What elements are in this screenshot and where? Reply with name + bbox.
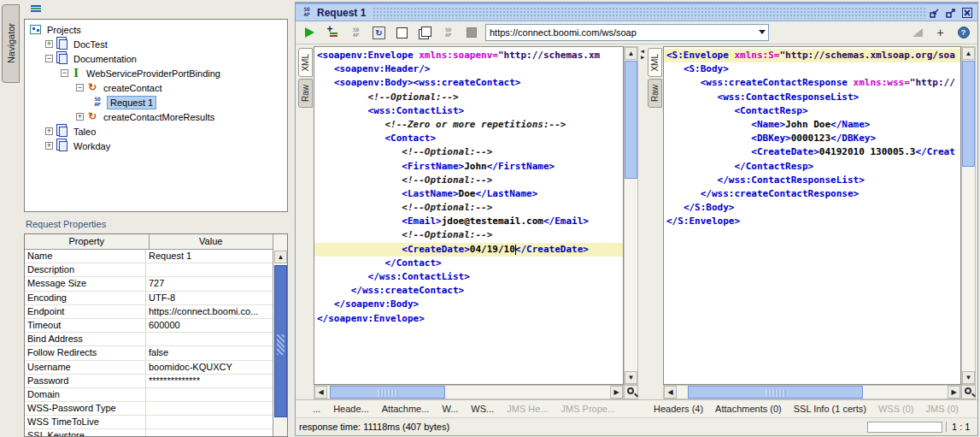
- code-line[interactable]: </wss:createContactResponse>: [666, 187, 960, 201]
- code-line[interactable]: <Name>John Doe</Name>: [666, 118, 960, 132]
- tree-item-createcontact[interactable]: −↻createContact: [26, 80, 287, 95]
- tree-item-taleo[interactable]: +Taleo: [26, 124, 287, 139]
- code-line[interactable]: </S:Body>: [666, 201, 960, 215]
- tree-item-doctest[interactable]: +DocTest: [26, 37, 287, 51]
- panel-splitter[interactable]: ◂▸: [638, 46, 647, 399]
- expand-icon[interactable]: +: [45, 40, 53, 48]
- schema-button[interactable]: [908, 24, 926, 42]
- tree-item-documentation[interactable]: −Documentation: [26, 51, 287, 66]
- magnifier-button[interactable]: [624, 385, 638, 399]
- response-hscrollbar[interactable]: ◀ ▶: [663, 385, 961, 399]
- code-line[interactable]: <FirstName>John</FirstName>: [317, 160, 623, 174]
- code-line[interactable]: <S:Body>: [666, 62, 960, 76]
- code-line[interactable]: </wss:createContact>: [317, 284, 623, 298]
- expand-icon[interactable]: +: [76, 113, 84, 121]
- code-line[interactable]: <LastName>Doe</LastName>: [317, 187, 623, 201]
- add-to-testcase-button[interactable]: [324, 24, 342, 42]
- side-tab-raw[interactable]: Raw: [298, 79, 313, 108]
- code-line[interactable]: <soapenv:Header/>: [317, 62, 623, 76]
- navigator-tab[interactable]: Navigator: [2, 4, 20, 83]
- tab-ws[interactable]: WS...: [471, 404, 494, 414]
- scroll-down-icon[interactable]: ▼: [625, 371, 637, 384]
- property-row-follow-redirects[interactable]: Follow Redirectsfalse: [25, 346, 273, 360]
- scroll-right-icon[interactable]: ▶: [948, 386, 960, 399]
- code-line[interactable]: </soapenv:Envelope>: [317, 312, 623, 326]
- scrollbar-thumb[interactable]: [330, 386, 445, 399]
- code-line[interactable]: <Email>jdoe@testemail.com</Email>: [317, 215, 623, 228]
- submit-request-button[interactable]: [301, 24, 319, 42]
- tab-attachments-0[interactable]: Attachments (0): [715, 404, 782, 414]
- column-header-value[interactable]: Value: [150, 234, 273, 249]
- chevron-down-icon[interactable]: [759, 30, 766, 34]
- tab-attachme[interactable]: Attachme...: [382, 404, 430, 414]
- side-tab-raw[interactable]: Raw: [648, 79, 662, 108]
- code-line[interactable]: <soapenv:Envelope xmlns:soapenv="http://…: [317, 49, 623, 62]
- help-button[interactable]: ?: [954, 24, 972, 42]
- tree-item-webserviceproviderportbinding[interactable]: −IWebServiceProviderPortBinding: [26, 66, 287, 80]
- scrollbar-thumb[interactable]: [274, 265, 287, 417]
- property-row-endpoint[interactable]: Endpointhttps://connect.boomi.co...: [25, 305, 273, 319]
- clone-request-button[interactable]: [416, 24, 434, 42]
- property-row-wss-timetolive[interactable]: WSS TimeToLive: [25, 416, 273, 429]
- tab-[interactable]: ...: [313, 404, 320, 414]
- float-window-icon[interactable]: [944, 7, 958, 19]
- scroll-left-icon[interactable]: ◀: [664, 386, 677, 399]
- code-line[interactable]: <wss:ContactResponseList>: [666, 91, 960, 104]
- code-line[interactable]: <CreateDate>04/19/10</CreateDate>: [314, 243, 623, 257]
- magnifier-button[interactable]: [961, 385, 976, 399]
- property-row-wss-password-type[interactable]: WSS-Password Type: [25, 402, 273, 416]
- window-titlebar[interactable]: SOAP Request 1: [296, 3, 977, 21]
- property-row-bind-address[interactable]: Bind Address: [25, 333, 273, 346]
- tree-item-projects[interactable]: Projects: [26, 22, 287, 37]
- property-row-description[interactable]: Description: [25, 263, 273, 277]
- code-line[interactable]: <ContactResp>: [666, 104, 960, 118]
- code-line[interactable]: </ContactResp>: [666, 160, 960, 174]
- column-header-property[interactable]: Property: [25, 234, 150, 249]
- create-request-button[interactable]: SOAP: [347, 24, 365, 42]
- properties-scrollbar[interactable]: ▲: [273, 234, 287, 436]
- tab-ssl-info-1-certs[interactable]: SSL Info (1 certs): [794, 404, 866, 414]
- side-tab-xml[interactable]: XML: [298, 48, 313, 77]
- cancel-request-button[interactable]: [462, 24, 480, 42]
- code-line[interactable]: <wss:ContactList>: [317, 104, 623, 118]
- code-line[interactable]: <!--Optional:-->: [317, 201, 623, 215]
- code-line[interactable]: <!--Zero or more repetitions:-->: [317, 118, 623, 132]
- response-vscrollbar[interactable]: ▲ ▼: [961, 46, 976, 385]
- scrollbar-thumb[interactable]: [688, 386, 863, 399]
- collapse-icon[interactable]: −: [76, 84, 84, 92]
- tab-heade[interactable]: Heade...: [333, 404, 369, 414]
- property-row-encoding[interactable]: EncodingUTF-8: [25, 292, 273, 305]
- collapse-icon[interactable]: −: [45, 55, 53, 62]
- code-line[interactable]: <DBKey>0000123</DBKey>: [666, 132, 960, 145]
- scroll-right-icon[interactable]: ▶: [610, 386, 623, 399]
- code-line[interactable]: <Contact>: [317, 132, 623, 145]
- scroll-down-icon[interactable]: ▼: [962, 371, 975, 384]
- code-line[interactable]: <!--Optional:-->: [317, 174, 623, 187]
- code-line[interactable]: <!--Optional:-->: [317, 228, 623, 242]
- code-line[interactable]: <!--Optional:-->: [317, 145, 623, 159]
- unfloat-window-icon[interactable]: [928, 7, 942, 19]
- property-row-password[interactable]: Password**************: [25, 375, 273, 388]
- property-row-message-size[interactable]: Message Size727: [25, 277, 273, 291]
- side-tab-xml[interactable]: XML: [648, 48, 662, 77]
- code-line[interactable]: </Contact>: [317, 257, 623, 270]
- scrollbar-thumb[interactable]: [962, 61, 975, 167]
- recreate-request-button[interactable]: ↻: [370, 24, 388, 42]
- tree-item-request-1[interactable]: SOAPRequest 1: [26, 95, 287, 109]
- request-hscrollbar[interactable]: ◀ ▶: [314, 385, 624, 399]
- scroll-up-icon[interactable]: ▲: [274, 251, 287, 263]
- code-line[interactable]: <wss:createContactResponse xmlns:wss="ht…: [666, 76, 960, 90]
- property-row-timeout[interactable]: Timeout600000: [25, 319, 273, 333]
- tab-w[interactable]: W...: [442, 404, 458, 414]
- code-line[interactable]: </wss:ContactList>: [317, 270, 623, 284]
- tree-options-icon[interactable]: [31, 5, 43, 15]
- code-line[interactable]: <CreateDate>04192010 130005.3</Creat: [666, 145, 960, 159]
- scroll-up-icon[interactable]: ▲: [625, 47, 637, 60]
- scrollbar-thumb[interactable]: [625, 61, 637, 179]
- code-line[interactable]: <S:Envelope xmlns:S="http://schemas.xmls…: [664, 49, 960, 62]
- tree-item-workday[interactable]: +Workday: [26, 139, 287, 153]
- code-line[interactable]: </S:Envelope>: [666, 215, 960, 228]
- create-empty-request-button[interactable]: SOAP: [439, 24, 457, 42]
- code-line[interactable]: </wss:ContactResponseList>: [666, 174, 960, 187]
- add-endpoint-button[interactable]: +: [931, 24, 949, 42]
